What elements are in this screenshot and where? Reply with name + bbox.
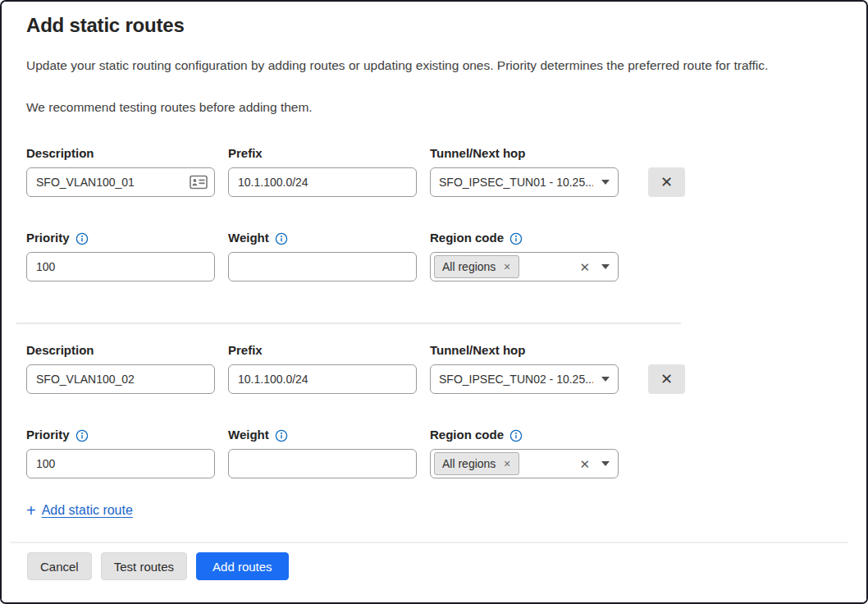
- route-group-2: Description Prefix Tunnel/Next hop SFO_I…: [26, 342, 842, 478]
- description-input[interactable]: [26, 167, 215, 197]
- tunnel-next-hop-label: Tunnel/Next hop: [430, 145, 619, 161]
- chip-remove-icon[interactable]: ✕: [503, 263, 510, 272]
- region-chip: All regions ✕: [434, 255, 519, 278]
- route-2-options-row: Priority Weight: [26, 427, 842, 478]
- region-chip-label: All regions: [442, 260, 496, 273]
- add-static-route-row: + Add static route: [26, 503, 842, 518]
- route-2-priority-field: Priority: [26, 427, 215, 478]
- route-1-prefix-field: Prefix: [228, 145, 417, 197]
- test-routes-button[interactable]: Test routes: [101, 552, 187, 580]
- priority-label: Priority: [26, 427, 70, 442]
- tunnel-select[interactable]: SFO_IPSEC_TUN01 - 10.25...: [430, 167, 619, 197]
- priority-input[interactable]: [26, 449, 215, 478]
- route-2-tunnel-field: Tunnel/Next hop SFO_IPSEC_TUN02 - 10.25.…: [430, 342, 619, 394]
- cancel-button[interactable]: Cancel: [27, 552, 92, 580]
- route-1-weight-field: Weight: [228, 230, 417, 281]
- chevron-down-icon: [601, 180, 610, 185]
- info-icon[interactable]: [275, 429, 288, 442]
- weight-input[interactable]: [228, 449, 417, 478]
- plus-icon: +: [26, 503, 36, 518]
- description-label: Description: [26, 342, 215, 358]
- tunnel-select[interactable]: SFO_IPSEC_TUN02 - 10.25...: [430, 364, 619, 394]
- clear-selection-icon[interactable]: ✕: [579, 261, 590, 273]
- close-icon: ✕: [660, 173, 673, 191]
- weight-label: Weight: [228, 427, 269, 442]
- description-input[interactable]: [26, 364, 215, 394]
- chevron-down-icon: [601, 377, 610, 382]
- dialog-footer: Cancel Test routes Add routes: [2, 542, 866, 602]
- info-icon[interactable]: [509, 429, 523, 442]
- priority-input[interactable]: [26, 252, 215, 281]
- region-code-select[interactable]: All regions ✕ ✕: [430, 449, 619, 478]
- add-static-route-link[interactable]: Add static route: [42, 503, 133, 518]
- tunnel-selected-value: SFO_IPSEC_TUN02 - 10.25...: [439, 373, 593, 386]
- group-divider: [16, 323, 681, 324]
- description-label: Description: [26, 145, 215, 161]
- route-2-region-field: Region code All regions ✕: [430, 427, 619, 478]
- tunnel-next-hop-label: Tunnel/Next hop: [430, 342, 619, 358]
- dialog-content: Add static routes Update your static rou…: [2, 13, 866, 518]
- info-icon[interactable]: [75, 232, 89, 245]
- route-1-options-row: Priority Weight: [26, 230, 842, 281]
- dialog-description: Update your static routing configuration…: [26, 57, 842, 74]
- weight-input[interactable]: [228, 252, 417, 281]
- route-2-main-row: Description Prefix Tunnel/Next hop SFO_I…: [26, 342, 842, 394]
- contact-card-icon[interactable]: [190, 175, 208, 190]
- remove-route-button[interactable]: ✕: [648, 364, 685, 394]
- region-chip-label: All regions: [442, 457, 496, 470]
- region-chip: All regions ✕: [434, 452, 519, 475]
- route-1-description-field: Description: [26, 145, 215, 197]
- route-2-description-field: Description: [26, 342, 215, 394]
- add-static-routes-dialog: Add static routes Update your static rou…: [0, 0, 868, 604]
- chevron-down-icon: [601, 461, 610, 466]
- route-1-region-field: Region code All regions ✕: [430, 230, 619, 281]
- remove-route-button[interactable]: ✕: [648, 167, 685, 197]
- clear-selection-icon[interactable]: ✕: [579, 458, 590, 470]
- priority-label: Priority: [26, 230, 70, 245]
- route-2-prefix-field: Prefix: [228, 342, 417, 394]
- weight-label: Weight: [228, 230, 269, 245]
- region-code-label: Region code: [430, 230, 504, 245]
- route-1-main-row: Description: [26, 145, 842, 197]
- dialog-note: We recommend testing routes before addin…: [26, 99, 842, 116]
- info-icon[interactable]: [509, 232, 523, 245]
- page-title: Add static routes: [26, 13, 842, 38]
- route-1-tunnel-field: Tunnel/Next hop SFO_IPSEC_TUN01 - 10.25.…: [430, 145, 619, 197]
- route-1-priority-field: Priority: [26, 230, 215, 281]
- tunnel-selected-value: SFO_IPSEC_TUN01 - 10.25...: [439, 176, 593, 189]
- chip-remove-icon[interactable]: ✕: [503, 460, 510, 469]
- route-group-1: Description: [26, 145, 842, 281]
- prefix-label: Prefix: [228, 342, 417, 358]
- close-icon: ✕: [660, 370, 673, 388]
- info-icon[interactable]: [275, 232, 288, 245]
- prefix-input[interactable]: [228, 364, 417, 394]
- route-2-weight-field: Weight: [228, 427, 417, 478]
- info-icon[interactable]: [75, 429, 89, 442]
- prefix-label: Prefix: [228, 145, 417, 161]
- footer-divider: [10, 542, 848, 543]
- prefix-input[interactable]: [228, 167, 417, 197]
- region-code-label: Region code: [430, 427, 504, 442]
- chevron-down-icon: [601, 264, 610, 269]
- region-code-select[interactable]: All regions ✕ ✕: [430, 252, 619, 281]
- add-routes-button[interactable]: Add routes: [196, 552, 289, 580]
